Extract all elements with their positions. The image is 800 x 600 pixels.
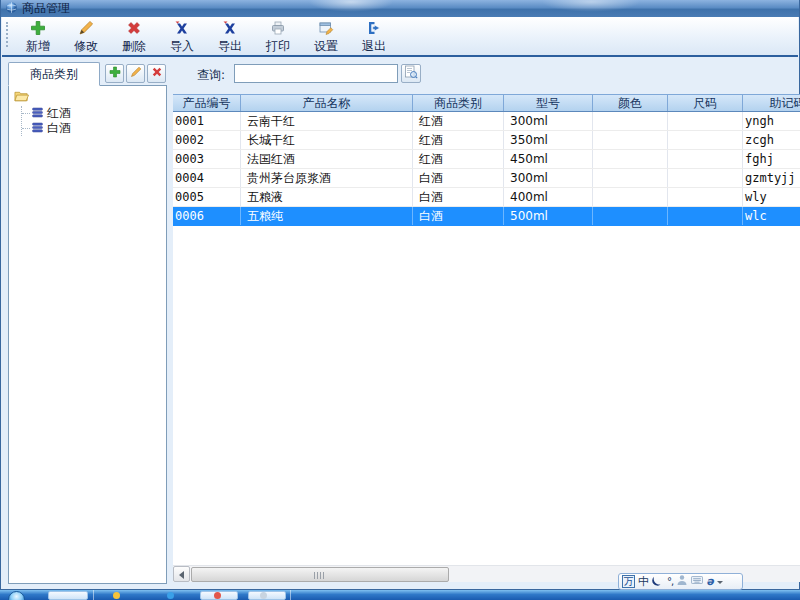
category-icon bbox=[31, 121, 47, 137]
table-row[interactable]: 0004贵州茅台原浆酒白酒300mlgzmtyjj bbox=[173, 169, 800, 188]
taskbar-app-icon[interactable] bbox=[113, 592, 120, 599]
add-button[interactable]: 新增 bbox=[14, 18, 62, 55]
product-table: 产品编号产品名称商品类别型号颜色尺码助记码 0001云南干红红酒300mlyng… bbox=[173, 94, 800, 565]
desktop-screen: 商品管理 新增 修改 删除 导入 导出 bbox=[0, 0, 800, 600]
taskbar-item[interactable] bbox=[248, 591, 286, 600]
column-header-0[interactable]: 产品编号 bbox=[173, 95, 241, 111]
column-header-3[interactable]: 型号 bbox=[504, 95, 593, 111]
ime-dropdown-arrow-icon[interactable] bbox=[717, 581, 723, 587]
table-cell bbox=[593, 131, 668, 149]
taskbar-app-icon[interactable] bbox=[214, 592, 221, 599]
table-cell bbox=[668, 207, 743, 225]
table-cell: 长城干红 bbox=[241, 131, 413, 149]
table-cell: wlc bbox=[743, 207, 800, 225]
settings-icon bbox=[318, 20, 334, 39]
table-cell: 红酒 bbox=[413, 131, 504, 149]
ime-mode-button[interactable]: 中 bbox=[638, 574, 649, 589]
table-cell bbox=[593, 112, 668, 130]
table-cell: 五粮纯 bbox=[241, 207, 413, 225]
category-actions bbox=[105, 64, 166, 83]
window-title: 商品管理 bbox=[22, 0, 70, 17]
add-category-button[interactable] bbox=[105, 64, 124, 83]
ime-tools-icon[interactable]: ə bbox=[706, 575, 713, 588]
toolbar-grip[interactable] bbox=[6, 22, 9, 47]
taskbar bbox=[0, 590, 800, 600]
search-input[interactable] bbox=[234, 64, 398, 83]
tree-root[interactable] bbox=[14, 90, 166, 106]
table-cell: 0005 bbox=[173, 188, 241, 206]
table-body: 0001云南干红红酒300mlyngh0002长城干红红酒350mlzcgh00… bbox=[173, 112, 800, 226]
app-window: 商品管理 新增 修改 删除 导入 导出 bbox=[0, 0, 800, 590]
taskbar-app-icon[interactable] bbox=[260, 592, 267, 599]
tree-item-white-liquor[interactable]: 白酒 bbox=[22, 121, 166, 136]
x-icon bbox=[151, 66, 163, 81]
keyboard-icon[interactable] bbox=[691, 574, 703, 589]
toolbar-button-label: 退出 bbox=[362, 40, 386, 53]
table-header-row: 产品编号产品名称商品类别型号颜色尺码助记码 bbox=[173, 94, 800, 112]
table-cell: 云南干红 bbox=[241, 112, 413, 130]
toolbar-button-label: 设置 bbox=[314, 40, 338, 53]
table-cell: 红酒 bbox=[413, 112, 504, 130]
toolbar-button-label: 导出 bbox=[218, 40, 242, 53]
import-icon bbox=[174, 20, 190, 39]
delete-icon bbox=[126, 20, 142, 39]
taskbar-divider bbox=[290, 590, 291, 600]
table-cell: 450ml bbox=[504, 150, 593, 168]
table-cell bbox=[593, 150, 668, 168]
search-button[interactable] bbox=[401, 64, 421, 83]
table-cell: 白酒 bbox=[413, 169, 504, 187]
edit-button[interactable]: 修改 bbox=[62, 18, 110, 55]
column-header-2[interactable]: 商品类别 bbox=[413, 95, 504, 111]
table-cell: 0002 bbox=[173, 131, 241, 149]
moon-icon[interactable] bbox=[652, 574, 664, 589]
exit-icon bbox=[366, 20, 382, 39]
table-row[interactable]: 0005五粮液白酒400mlwly bbox=[173, 188, 800, 207]
delete-category-button[interactable] bbox=[147, 64, 166, 83]
delete-button[interactable]: 删除 bbox=[110, 18, 158, 55]
table-row[interactable]: 0002长城干红红酒350mlzcgh bbox=[173, 131, 800, 150]
table-cell bbox=[668, 150, 743, 168]
ime-punctuation-button[interactable]: °, bbox=[667, 576, 673, 587]
column-header-4[interactable]: 颜色 bbox=[593, 95, 668, 111]
ime-language-bar: 万 中 °, ə bbox=[618, 573, 743, 590]
search-label: 查询: bbox=[197, 67, 225, 84]
taskbar-item[interactable] bbox=[48, 591, 88, 600]
table-row[interactable]: 0001云南干红红酒300mlyngh bbox=[173, 112, 800, 131]
start-button[interactable] bbox=[8, 591, 25, 600]
import-button[interactable]: 导入 bbox=[158, 18, 206, 55]
table-cell: 0006 bbox=[173, 207, 241, 225]
table-cell: fghj bbox=[743, 150, 800, 168]
column-header-5[interactable]: 尺码 bbox=[668, 95, 743, 111]
person-icon[interactable] bbox=[676, 574, 688, 589]
table-cell: 300ml bbox=[504, 169, 593, 187]
table-cell: 法国红酒 bbox=[241, 150, 413, 168]
table-cell bbox=[593, 207, 668, 225]
print-icon bbox=[270, 20, 286, 39]
export-button[interactable]: 导出 bbox=[206, 18, 254, 55]
edit-category-button[interactable] bbox=[126, 64, 145, 83]
ime-input-method-button[interactable]: 万 bbox=[622, 575, 635, 588]
titlebar[interactable]: 商品管理 bbox=[1, 0, 799, 17]
table-cell: 贵州茅台原浆酒 bbox=[241, 169, 413, 187]
search-doc-icon bbox=[404, 65, 418, 82]
scrollbar-grip-icon bbox=[314, 572, 325, 579]
taskbar-app-icon[interactable] bbox=[167, 592, 174, 599]
toolbar-button-label: 修改 bbox=[74, 40, 98, 53]
table-cell: 300ml bbox=[504, 112, 593, 130]
settings-button[interactable]: 设置 bbox=[302, 18, 350, 55]
column-header-1[interactable]: 产品名称 bbox=[241, 95, 413, 111]
tree-item-label: 白酒 bbox=[47, 120, 71, 137]
edit-icon bbox=[78, 20, 94, 39]
tree-item-red-wine[interactable]: 红酒 bbox=[22, 106, 166, 121]
table-row[interactable]: 0006五粮纯白酒500mlwlc bbox=[173, 207, 800, 226]
scrollbar-thumb[interactable] bbox=[191, 567, 449, 582]
folder-open-icon bbox=[14, 92, 29, 106]
table-row[interactable]: 0003法国红酒红酒450mlfghj bbox=[173, 150, 800, 169]
tab-product-category[interactable]: 商品类别 bbox=[8, 62, 100, 86]
scroll-left-arrow-icon[interactable] bbox=[173, 566, 190, 582]
exit-button[interactable]: 退出 bbox=[350, 18, 398, 55]
column-header-6[interactable]: 助记码 bbox=[743, 95, 800, 111]
table-cell bbox=[593, 188, 668, 206]
taskbar-divider bbox=[93, 590, 94, 600]
print-button[interactable]: 打印 bbox=[254, 18, 302, 55]
